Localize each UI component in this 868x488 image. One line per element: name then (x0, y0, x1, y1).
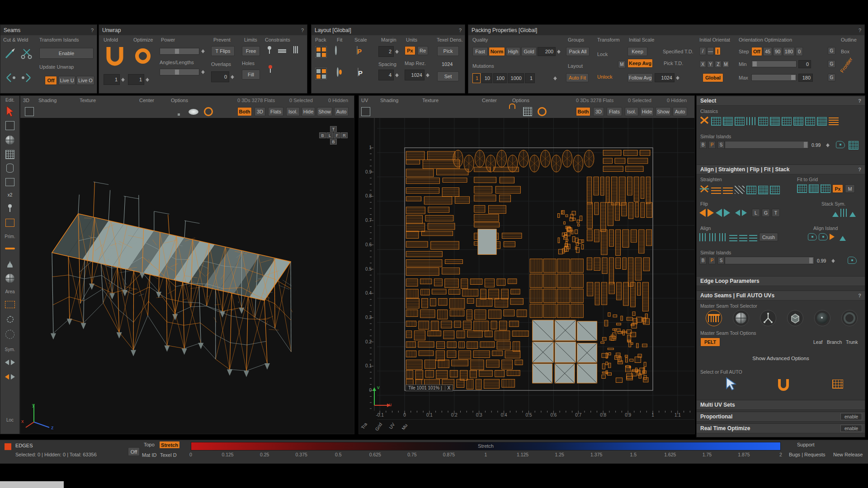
pin-tool[interactable] (8, 204, 12, 212)
step-off-button[interactable]: Off (751, 47, 762, 56)
horizontal-constraint-icon[interactable] (278, 51, 286, 52)
fill-button[interactable]: Fill (242, 70, 260, 80)
flip-left-icon[interactable] (699, 209, 706, 217)
flip-right-icon[interactable] (708, 209, 714, 217)
select-poly-icon[interactable] (817, 117, 827, 126)
topo-button[interactable]: Topo (144, 442, 155, 447)
step-90-button[interactable]: 90 (773, 47, 782, 56)
similar-slider-2[interactable] (725, 257, 814, 264)
map-rez-spinner[interactable] (425, 70, 430, 80)
pick-td-label[interactable]: Pick T.D. (664, 61, 683, 66)
auto-fit-button[interactable]: Auto Fit (566, 73, 589, 82)
angles-lengths-slider[interactable] (160, 69, 199, 75)
help-button[interactable]: ? (459, 28, 462, 33)
3d-button[interactable]: 3D (593, 107, 604, 116)
similar-s-toggle-2[interactable]: S (717, 257, 725, 264)
cube-front[interactable]: F (334, 132, 340, 138)
straighten-h-icon[interactable] (711, 186, 721, 194)
quality-norm-button[interactable]: Norm (489, 47, 505, 56)
eraser-tool[interactable] (5, 219, 14, 227)
multi-uv-section-header[interactable]: Multi UV Sets (697, 400, 865, 410)
step-0-button[interactable]: 0 (796, 47, 803, 56)
deselect-icon[interactable] (699, 116, 709, 127)
overlaps-label[interactable]: Overlaps (211, 61, 231, 67)
live-unwrap-off-button[interactable]: Off (45, 76, 57, 85)
similar-spinner-2[interactable] (830, 256, 836, 266)
new-release-link[interactable]: New Release (833, 452, 863, 457)
flip-down-icon[interactable] (724, 209, 730, 217)
similar-p-toggle-2[interactable]: P (708, 257, 716, 264)
fit-grid3-icon[interactable] (821, 184, 830, 193)
align-left-icon[interactable] (699, 233, 708, 241)
follow-avg-button[interactable]: Follow Avg (627, 73, 653, 82)
globe-tool[interactable] (5, 274, 14, 283)
help-button[interactable]: ? (301, 28, 304, 33)
stack-similar-icon[interactable] (849, 141, 859, 150)
power-slider[interactable] (160, 48, 199, 55)
both-button[interactable]: Both (237, 107, 252, 116)
auto-seams-section-header[interactable]: Auto Seams | Full AUTO UVs? (697, 291, 865, 300)
viewport-uv-canvas[interactable]: 10.90.80.70.60.50.40.30.20.10-0.100.10.2… (359, 118, 694, 434)
flip-t-button[interactable]: T (772, 209, 780, 217)
wireframe-mode-icon[interactable] (361, 107, 370, 116)
help-button[interactable]: ? (858, 167, 861, 172)
gridify-all-icon[interactable] (758, 186, 768, 194)
enable-button[interactable]: Enable (39, 48, 94, 59)
realtime-section-header[interactable]: Real Time Optimize (697, 423, 865, 433)
select-columns-icon[interactable] (746, 117, 756, 125)
bugs-requests-link[interactable]: Bugs | Requests (789, 452, 826, 457)
axis-y-button[interactable]: Y (707, 61, 714, 68)
auto-button[interactable]: Auto (673, 107, 687, 116)
select-inner-icon[interactable] (770, 117, 780, 126)
select-rows-icon[interactable] (735, 117, 745, 126)
live-u-button[interactable]: Live U (58, 76, 75, 85)
ring-seam-tool[interactable] (841, 310, 858, 326)
edge-loop-section-header[interactable]: Edge Loop Parameters (697, 276, 865, 286)
straighten-island-icon[interactable] (723, 186, 733, 194)
unfold-button[interactable] (104, 45, 125, 70)
help-button[interactable]: ? (858, 98, 861, 103)
min-g-button[interactable]: G (828, 60, 835, 68)
mutations-100-button[interactable]: 100 (493, 73, 507, 83)
step-g-button[interactable]: G (828, 47, 835, 55)
outline-frontier-button[interactable]: Frontier (839, 56, 854, 74)
align-center-icon[interactable] (709, 233, 717, 241)
transform-m-button[interactable]: M (618, 61, 626, 68)
isolate-button[interactable]: Isol. (625, 107, 638, 116)
lasso-tool[interactable] (5, 315, 14, 326)
map-rez-field[interactable]: 1024 (405, 70, 425, 80)
iterations-field-1[interactable]: 1 (104, 74, 120, 85)
mutations-10-button[interactable]: 10 (481, 73, 492, 83)
auto-unwrap-icon[interactable] (776, 378, 791, 393)
align-top-icon[interactable] (729, 233, 737, 241)
live-o-button[interactable]: Live O (76, 76, 94, 85)
circle-area-tool[interactable] (5, 330, 14, 339)
keep-avg-button[interactable]: Keep Avg (627, 59, 653, 68)
marquee-area-tool[interactable] (5, 301, 15, 308)
select-grid-dense-icon[interactable] (723, 117, 733, 126)
quality-spinner[interactable] (556, 47, 561, 56)
unlock-button[interactable]: Unlock (597, 74, 613, 80)
texel-set-button[interactable]: Set (437, 71, 459, 81)
select-border-icon[interactable] (758, 117, 768, 126)
fit-m-button[interactable]: M (845, 184, 855, 193)
stretch-mode-button[interactable]: Stretch (159, 441, 180, 449)
stack-similar-icon-2[interactable] (848, 257, 857, 264)
select-island-icon[interactable] (782, 117, 792, 126)
find-similar-icon[interactable] (836, 141, 845, 148)
hide-button[interactable]: Hide (640, 107, 654, 116)
max-slider[interactable] (751, 74, 797, 81)
similar-slider[interactable] (725, 141, 809, 149)
raise-island-icon[interactable] (840, 233, 846, 241)
iterations-field-2[interactable]: 1 (128, 74, 144, 85)
quality-gold-button[interactable]: Gold (521, 47, 537, 56)
specified-td-label[interactable]: Specified T.D. (663, 49, 693, 54)
max-field[interactable]: 180 (798, 74, 813, 82)
similar-spinner[interactable] (825, 140, 830, 150)
align-bottom-icon[interactable] (749, 233, 757, 241)
cube-bottom[interactable]: B (330, 139, 337, 145)
select-cursor-tool[interactable] (5, 106, 14, 119)
show-button[interactable]: Show (656, 107, 671, 116)
gridify-sel-icon[interactable] (770, 186, 780, 194)
select-grid-icon[interactable] (711, 117, 721, 126)
